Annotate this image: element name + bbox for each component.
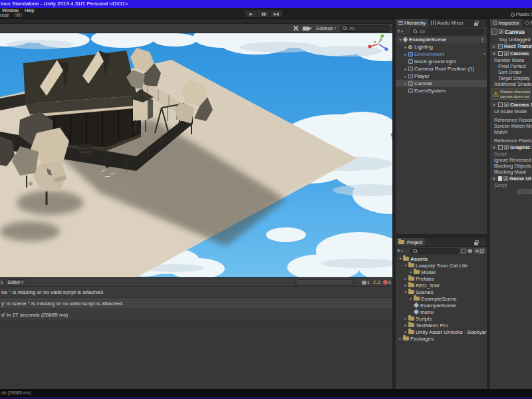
component-canvas-scaler[interactable]: ▾ ✓ Canvas Scaler bbox=[490, 101, 532, 108]
console-entry[interactable]: d' in 27 seconds (26685 ms) bbox=[0, 309, 392, 321]
tool-settings-icon[interactable] bbox=[293, 25, 299, 31]
field-reference-resolution[interactable]: Reference Resolution bbox=[490, 117, 532, 123]
foldout-closed-icon[interactable]: ▸ bbox=[403, 317, 408, 321]
foldout-closed-icon[interactable]: ▸ bbox=[408, 270, 414, 274]
field-screen-match-mode[interactable]: Screen Match Mode bbox=[490, 123, 532, 129]
foldout-closed-icon[interactable]: ▸ bbox=[403, 53, 408, 57]
orientation-gizmo[interactable] bbox=[367, 34, 390, 54]
field-render-mode[interactable]: Render Mode bbox=[490, 57, 532, 63]
component-enabled-checkbox[interactable]: ✓ bbox=[504, 145, 509, 150]
component-game-ui-manager[interactable]: ▾ ✓ Game UI Manager ( bbox=[490, 175, 532, 182]
lock-icon[interactable] bbox=[474, 23, 478, 26]
field-additional-shader-channels[interactable]: Additional Shader Channels bbox=[490, 81, 532, 87]
component-enabled-checkbox[interactable]: ✓ bbox=[503, 176, 508, 181]
scene-search-input[interactable]: All bbox=[340, 25, 390, 32]
search-by-type-icon[interactable] bbox=[461, 249, 466, 253]
field-match[interactable]: Match bbox=[490, 129, 532, 135]
component-enabled-checkbox[interactable]: ✓ bbox=[504, 51, 509, 56]
foldout-closed-icon[interactable]: ▸ bbox=[403, 323, 408, 327]
status-bar[interactable]: ds (26685 ms) bbox=[0, 389, 532, 397]
foldout-open-icon[interactable]: ▾ bbox=[491, 52, 497, 56]
foldout-open-icon[interactable]: ▾ bbox=[491, 146, 497, 150]
project-item-menu-scene[interactable]: menu bbox=[396, 309, 487, 315]
console-editor-dropdown[interactable]: Editor ▾ bbox=[5, 279, 26, 285]
component-canvas[interactable]: ▾ ✓ Canvas bbox=[490, 50, 532, 57]
hierarchy-scene-row[interactable]: ▾ ExampleScene ⋮ bbox=[396, 36, 487, 43]
console-entry[interactable]: ne '' is missing or no valid script is a… bbox=[0, 287, 392, 298]
object-field-stub[interactable] bbox=[517, 189, 532, 194]
field-target-display[interactable]: Target Display bbox=[490, 75, 532, 81]
project-item-model[interactable]: ▸ Model bbox=[396, 269, 487, 275]
log-count-toggle[interactable]: 1 bbox=[362, 280, 370, 285]
tab-project[interactable]: Project bbox=[396, 238, 425, 246]
project-item-scenes[interactable]: ▾ Scenes bbox=[396, 289, 487, 295]
pivot-toggle-button[interactable] bbox=[13, 12, 23, 18]
console-search-input[interactable] bbox=[295, 279, 354, 285]
local-global-toggle[interactable]: ocal bbox=[0, 13, 9, 17]
hierarchy-item-eventsystem[interactable]: EventSystem bbox=[396, 87, 487, 94]
foldout-open-icon[interactable]: ▾ bbox=[398, 257, 403, 261]
lock-icon[interactable] bbox=[474, 242, 478, 245]
foldout-open-icon[interactable]: ▾ bbox=[403, 263, 408, 267]
project-item-examplescene-scene[interactable]: ExampleScene bbox=[396, 302, 487, 309]
error-count-toggle[interactable]: !0 bbox=[383, 280, 391, 285]
foldout-closed-icon[interactable]: ▸ bbox=[403, 330, 408, 334]
step-button[interactable]: ▶▮ bbox=[270, 10, 283, 17]
panel-menu-icon[interactable]: ⋮ bbox=[481, 240, 485, 245]
project-search-input[interactable] bbox=[410, 248, 459, 254]
play-button[interactable]: ▶ bbox=[245, 10, 257, 17]
prefab-open-arrow-icon[interactable]: › bbox=[483, 51, 485, 57]
hierarchy-item-player[interactable]: ▸ Player bbox=[396, 72, 487, 80]
active-checkbox[interactable]: ✓ bbox=[499, 29, 503, 34]
project-item-scripts[interactable]: ▸ Scripts bbox=[396, 315, 487, 322]
project-create-button[interactable]: + ▾ bbox=[397, 247, 403, 254]
tab-inspector[interactable]: i Inspector bbox=[490, 19, 522, 27]
component-graphic-raycaster[interactable]: ▾ ✓ Graphic Raycaster bbox=[490, 144, 532, 151]
hierarchy-create-button[interactable]: + ▾ bbox=[397, 28, 403, 35]
plastic-scm-button[interactable]: Plastic S bbox=[511, 12, 532, 17]
tag-dropdown[interactable]: Untagged bbox=[509, 37, 531, 43]
project-item-red-sim[interactable]: ▸ RED_SIM bbox=[396, 282, 487, 289]
search-by-label-icon[interactable] bbox=[467, 249, 472, 253]
scene-camera-button[interactable]: ▾ bbox=[303, 27, 313, 31]
foldout-open-icon[interactable]: ▾ bbox=[491, 103, 497, 107]
project-item-unity-asset-unlocks[interactable]: ▸ Unity Asset Unlocks - Backyard bbox=[396, 329, 487, 335]
scene-options-icon[interactable]: ⋮ bbox=[480, 37, 485, 43]
console-entry[interactable]: y' in scene '' is missing or no valid sc… bbox=[0, 298, 392, 309]
foldout-closed-icon[interactable]: ▸ bbox=[491, 45, 497, 49]
pause-button[interactable]: ▮▮ bbox=[257, 10, 270, 17]
foldout-open-icon[interactable]: ▾ bbox=[491, 177, 497, 181]
hierarchy-search-input[interactable]: All bbox=[410, 29, 484, 35]
menu-help[interactable]: Help bbox=[25, 8, 34, 13]
tab-navigation[interactable]: Navigation bbox=[522, 19, 532, 27]
field-blocking-objects[interactable]: Blocking Objects bbox=[490, 163, 532, 169]
hierarchy-item-camera-root[interactable]: ▸ Camera Root Position (1) bbox=[396, 65, 487, 72]
project-item-lowpoly-toon-cat-lite[interactable]: ▾ Lowpoly Toon Cat Lite bbox=[396, 262, 487, 269]
foldout-closed-icon[interactable]: ▸ bbox=[403, 283, 408, 287]
field-sort-order[interactable]: Sort Order bbox=[490, 69, 532, 75]
hierarchy-item-environment[interactable]: ▸ Environment › bbox=[396, 51, 487, 58]
component-enabled-checkbox[interactable]: ✓ bbox=[504, 102, 509, 107]
field-pixel-perfect[interactable]: Pixel Perfect bbox=[490, 63, 532, 69]
project-item-prefabs[interactable]: ▸ Prefabs bbox=[396, 275, 487, 282]
hierarchy-item-canvas[interactable]: ▸ Canvas bbox=[396, 80, 487, 87]
component-rect-transform[interactable]: ▸ + Rect Transform bbox=[490, 43, 532, 50]
field-ui-scale-mode[interactable]: UI Scale Mode bbox=[490, 108, 532, 114]
hidden-packages-badge[interactable]: 12 bbox=[474, 248, 485, 254]
scene-3d-viewport[interactable] bbox=[0, 33, 392, 277]
foldout-closed-icon[interactable]: ▸ bbox=[403, 74, 408, 78]
foldout-closed-icon[interactable]: ▸ bbox=[398, 336, 403, 340]
hierarchy-item-lighting[interactable]: ▸ Lighting bbox=[396, 43, 487, 51]
foldout-closed-icon[interactable]: ▸ bbox=[408, 297, 414, 301]
foldout-closed-icon[interactable]: ▸ bbox=[403, 67, 408, 71]
warning-count-toggle[interactable]: ⚠2 bbox=[372, 280, 380, 285]
tab-hierarchy[interactable]: Hierarchy bbox=[396, 19, 428, 27]
project-item-textmesh-pro[interactable]: ▸ TextMesh Pro bbox=[396, 322, 487, 329]
project-item-assets[interactable]: ▾ Assets bbox=[396, 255, 487, 262]
foldout-closed-icon[interactable]: ▸ bbox=[403, 277, 408, 281]
project-item-examplescene-folder[interactable]: ▸ ExampleScene bbox=[396, 295, 487, 302]
panel-menu-icon[interactable]: ⋮ bbox=[481, 21, 485, 25]
hierarchy-item-block-ground-light[interactable]: block ground light bbox=[396, 58, 487, 65]
foldout-closed-icon[interactable]: ▸ bbox=[403, 45, 408, 49]
field-reference-pixels-per-unit[interactable]: Reference Pixels Per Unit bbox=[490, 138, 532, 144]
